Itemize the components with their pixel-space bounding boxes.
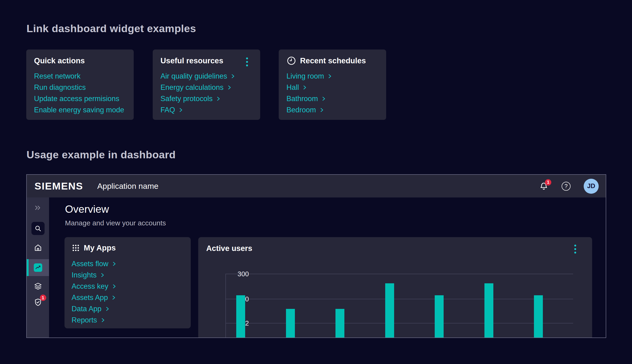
chevron-right-icon <box>106 306 109 312</box>
bar <box>534 295 543 338</box>
layers-icon <box>34 282 42 290</box>
active-users-card: Active users 300 250 12 <box>198 237 592 338</box>
link-update-access-permisions[interactable]: Update access permisions <box>34 94 120 103</box>
chevron-right-icon <box>179 108 182 112</box>
security-badge: 1 <box>40 294 46 301</box>
clock-icon <box>286 56 296 66</box>
siemens-logo: SIEMENS <box>34 180 83 192</box>
widgets-section-title: Link dashboard widget examples <box>26 22 196 35</box>
link-run-diagnostics[interactable]: Run diagnostics <box>34 83 86 92</box>
notifications-button[interactable]: 1 <box>539 182 548 191</box>
chevron-right-icon <box>231 74 234 79</box>
useful-resources-card: Useful resources Air quality guidelines … <box>153 50 260 120</box>
link-air-quality-guidelines[interactable]: Air quality guidelines <box>160 72 234 80</box>
link-reset-network[interactable]: Reset network <box>34 72 80 80</box>
home-icon <box>34 244 42 252</box>
app-header: SIEMENS Application name 1 ? JD <box>27 175 606 198</box>
dashboard-frame: SIEMENS Application name 1 ? JD <box>26 174 606 338</box>
kebab-menu-icon[interactable] <box>242 56 252 67</box>
chevron-right-icon <box>328 74 332 79</box>
bar <box>286 309 295 338</box>
help-icon: ? <box>562 182 570 191</box>
chevron-right-icon <box>101 272 104 278</box>
link-bedroom[interactable]: Bedroom <box>286 106 324 114</box>
link-living-room[interactable]: Living room <box>286 72 332 80</box>
page-title: Overview <box>65 203 109 215</box>
useful-resources-title: Useful resources <box>160 56 223 65</box>
my-apps-card: My Apps Assets flow Insights Access key … <box>64 237 191 328</box>
bar <box>336 309 344 338</box>
recent-schedules-title: Recent schedules <box>300 56 366 65</box>
gridline-300: 300 <box>226 274 573 274</box>
link-hall[interactable]: Hall <box>286 83 306 92</box>
link-reports[interactable]: Reports <box>72 316 105 324</box>
bar <box>385 283 394 338</box>
usage-section-title: Usage example in dashboard <box>26 149 176 161</box>
chevron-right-icon <box>322 96 326 101</box>
link-assets-flow[interactable]: Assets flow <box>72 260 116 268</box>
my-apps-title: My Apps <box>84 244 116 252</box>
active-indicator <box>27 259 28 276</box>
link-insights[interactable]: Insights <box>72 271 104 279</box>
y-tick-300: 300 <box>229 270 249 278</box>
bar <box>435 295 444 338</box>
chevron-right-icon <box>112 284 116 289</box>
quick-actions-card: Quick actions Reset network Run diagnost… <box>26 50 134 120</box>
y-axis-line <box>226 274 226 338</box>
application-name: Application name <box>97 182 158 191</box>
bar <box>236 295 245 338</box>
sidebar: 1 <box>27 198 49 338</box>
link-enable-energy-saving-mode[interactable]: Enable energy saving mode <box>34 106 124 114</box>
double-chevron-right-icon <box>34 204 42 212</box>
gridline-250: 250 <box>226 299 573 299</box>
recent-schedules-card: Recent schedules Living room Hall Bathro… <box>279 50 386 120</box>
sidebar-item-security[interactable]: 1 <box>34 298 42 307</box>
chevron-right-icon <box>228 85 231 90</box>
sidebar-item-analytics[interactable] <box>27 259 49 276</box>
sidebar-item-layers[interactable] <box>34 282 42 290</box>
link-data-app[interactable]: Data App <box>72 305 109 313</box>
chevron-right-icon <box>112 261 116 266</box>
link-energy-calculations[interactable]: Energy calculations <box>160 83 231 92</box>
gridline-12: 12 <box>226 323 573 324</box>
bar <box>484 283 493 338</box>
apps-grid-icon <box>72 244 80 252</box>
link-assets-app[interactable]: Assets App <box>72 294 116 302</box>
link-safety-protocols[interactable]: Safety protocols <box>160 94 220 103</box>
page-subtitle: Manage and view your accounts <box>65 219 166 227</box>
link-bathroom[interactable]: Bathroom <box>286 94 326 103</box>
chevron-right-icon <box>320 108 324 112</box>
search-icon <box>34 225 42 232</box>
link-faq[interactable]: FAQ <box>160 106 182 114</box>
link-access-key[interactable]: Access key <box>72 282 116 290</box>
sidebar-item-home[interactable] <box>34 244 42 252</box>
chevron-right-icon <box>101 318 105 323</box>
quick-actions-title: Quick actions <box>34 56 85 65</box>
sidebar-expand-button[interactable] <box>34 204 42 212</box>
sidebar-search-button[interactable] <box>32 222 44 235</box>
user-avatar[interactable]: JD <box>584 179 599 194</box>
trend-chart-icon <box>34 264 42 272</box>
chevron-right-icon <box>303 85 306 90</box>
bar-chart: 300 250 12 <box>198 237 592 338</box>
chevron-right-icon <box>217 96 220 101</box>
main-content: Overview Manage and view your accounts M… <box>49 198 606 338</box>
notification-badge: 1 <box>545 179 551 186</box>
help-button[interactable]: ? <box>562 182 570 191</box>
chevron-right-icon <box>112 295 116 300</box>
